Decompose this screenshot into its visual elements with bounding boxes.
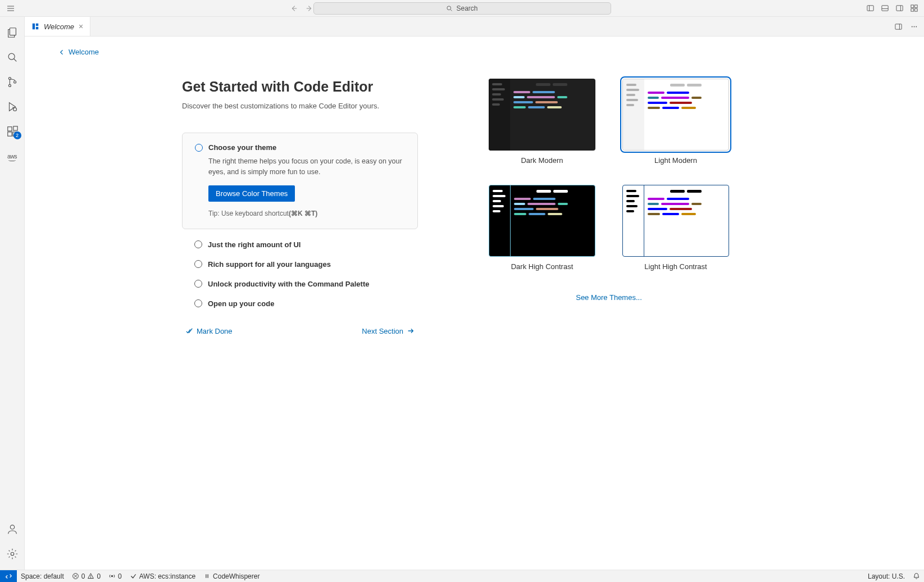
toggle-secondary-sidebar-button[interactable]: [895, 4, 904, 13]
svg-point-33: [911, 26, 912, 27]
status-aws[interactable]: AWS: ecs:instance: [126, 570, 199, 582]
breadcrumb-label: Welcome: [69, 48, 99, 56]
svg-point-16: [8, 53, 15, 60]
activity-extensions[interactable]: 2: [1, 120, 24, 143]
remote-icon: [4, 572, 12, 580]
activity-aws[interactable]: aws: [1, 145, 24, 167]
step-title: Just the right amount of UI: [208, 240, 301, 249]
svg-point-26: [10, 525, 14, 529]
svg-rect-31: [895, 24, 901, 29]
status-space[interactable]: Space: default: [17, 570, 68, 582]
step-title: Choose your theme: [208, 143, 276, 152]
editor-more-button[interactable]: [909, 22, 918, 31]
step-right-amount-ui[interactable]: Just the right amount of UI: [182, 235, 418, 254]
theme-label: Dark High Contrast: [511, 262, 573, 271]
activity-settings[interactable]: [1, 543, 24, 565]
split-editor-button[interactable]: [894, 22, 903, 31]
svg-rect-29: [36, 24, 38, 26]
tab-label: Welcome: [44, 22, 74, 31]
aws-logo-icon: aws: [7, 153, 17, 160]
step-radio-icon: [194, 260, 202, 268]
nav-back-button[interactable]: [288, 3, 299, 14]
step-tip: Tip: Use keyboard shortcut(⌘K ⌘T): [208, 210, 405, 217]
theme-dark-high-contrast[interactable]: [489, 185, 595, 257]
status-ports[interactable]: 0: [104, 570, 126, 582]
svg-rect-11: [911, 5, 913, 8]
theme-dark-modern[interactable]: [489, 79, 595, 151]
check-icon: [130, 572, 137, 580]
tab-welcome[interactable]: Welcome ×: [25, 17, 90, 36]
theme-label: Light High Contrast: [644, 262, 707, 271]
step-command-palette[interactable]: Unlock productivity with the Command Pal…: [182, 274, 418, 294]
activity-source-control[interactable]: [1, 71, 24, 93]
mark-done-button[interactable]: Mark Done: [185, 327, 233, 335]
chevron-left-icon: [58, 49, 65, 56]
extensions-badge: 2: [13, 131, 21, 139]
step-radio-icon: [194, 240, 202, 248]
tab-close-button[interactable]: ×: [79, 22, 83, 31]
svg-rect-22: [7, 127, 11, 131]
svg-point-20: [13, 81, 16, 83]
search-placeholder: Search: [456, 4, 477, 12]
see-more-themes-link[interactable]: See More Themes...: [485, 293, 732, 302]
check-all-icon: [185, 327, 193, 335]
svg-point-27: [11, 552, 14, 556]
step-radio-icon: [195, 144, 203, 152]
breadcrumb-back[interactable]: Welcome: [58, 48, 902, 56]
theme-light-high-contrast[interactable]: [622, 185, 729, 257]
svg-rect-30: [36, 27, 38, 29]
error-icon: [72, 572, 79, 580]
step-description: The right theme helps you focus on your …: [208, 156, 405, 178]
status-layout[interactable]: Layout: U.S.: [864, 570, 909, 582]
next-section-button[interactable]: Next Section: [362, 327, 415, 335]
step-choose-theme[interactable]: Choose your theme The right theme helps …: [182, 133, 418, 229]
activity-accounts[interactable]: [1, 518, 24, 540]
svg-rect-13: [911, 8, 913, 11]
page-subtitle: Discover the best customizations to make…: [182, 102, 418, 110]
step-title: Open up your code: [208, 299, 274, 308]
page-title: Get Started with Code Editor: [182, 79, 418, 95]
browse-themes-button[interactable]: Browse Color Themes: [208, 185, 295, 202]
status-notifications[interactable]: [909, 570, 924, 582]
svg-rect-25: [13, 126, 17, 130]
nav-forward-button[interactable]: [304, 3, 315, 14]
toggle-primary-sidebar-button[interactable]: [866, 4, 875, 13]
activity-run-debug[interactable]: [1, 96, 24, 118]
svg-point-41: [111, 575, 112, 576]
svg-point-34: [913, 26, 914, 27]
theme-label: Dark Modern: [521, 156, 563, 165]
svg-rect-23: [7, 132, 11, 136]
search-icon: [446, 5, 453, 12]
svg-rect-5: [867, 6, 873, 11]
status-problems[interactable]: 0 0: [68, 570, 104, 582]
command-center-search[interactable]: Search: [313, 2, 611, 15]
app-menu-button[interactable]: [4, 2, 17, 15]
bell-icon: [913, 572, 920, 580]
customize-layout-button[interactable]: [909, 4, 918, 13]
svg-point-35: [916, 26, 917, 27]
remote-indicator[interactable]: [0, 570, 17, 582]
svg-rect-7: [881, 6, 887, 11]
welcome-tab-icon: [31, 22, 39, 30]
activity-search[interactable]: [1, 46, 24, 69]
step-radio-icon: [194, 299, 202, 307]
svg-rect-14: [914, 8, 917, 11]
step-rich-support[interactable]: Rich support for all your languages: [182, 254, 418, 274]
warning-icon: [87, 572, 94, 580]
status-codewhisperer[interactable]: CodeWhisperer: [199, 570, 263, 582]
step-title: Unlock productivity with the Command Pal…: [208, 280, 369, 288]
svg-line-17: [13, 59, 16, 62]
svg-rect-9: [896, 6, 902, 11]
step-radio-icon: [194, 280, 202, 288]
svg-rect-12: [914, 5, 917, 8]
arrow-right-icon: [407, 327, 415, 335]
step-title: Rich support for all your languages: [208, 260, 331, 269]
broadcast-icon: [108, 572, 116, 580]
theme-light-modern[interactable]: [622, 79, 729, 151]
svg-line-4: [451, 10, 452, 11]
svg-point-3: [447, 6, 451, 10]
step-open-code[interactable]: Open up your code: [182, 294, 418, 313]
activity-explorer[interactable]: [1, 21, 24, 44]
toggle-panel-button[interactable]: [880, 4, 889, 13]
theme-label: Light Modern: [654, 156, 697, 165]
